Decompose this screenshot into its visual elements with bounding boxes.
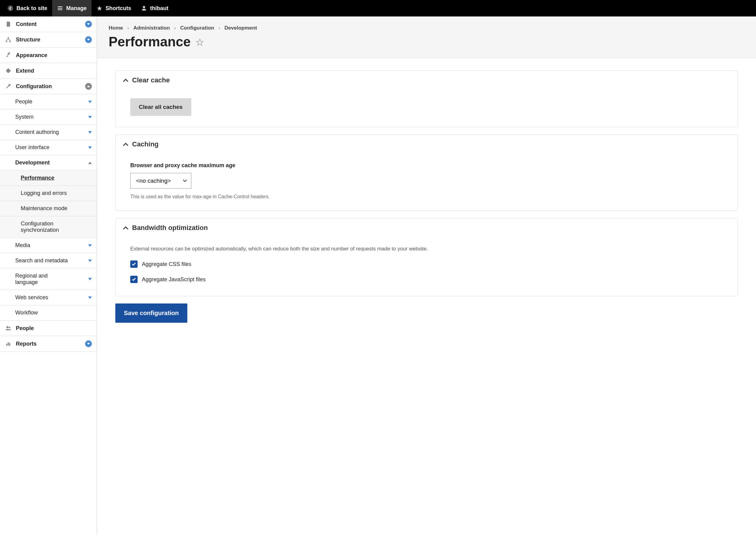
sidebar-item-dev-logging[interactable]: Logging and errors xyxy=(0,186,97,201)
manage-label: Manage xyxy=(66,5,87,12)
dev-config-sync-label: Configuration synchronization xyxy=(21,220,92,233)
triangle-down-icon xyxy=(88,131,92,134)
manage-button[interactable]: Manage xyxy=(52,0,92,16)
aggregate-css-label: Aggregate CSS files xyxy=(142,261,191,268)
svg-rect-10 xyxy=(9,343,10,346)
sidebar-item-config-user-interface[interactable]: User interface xyxy=(0,140,97,155)
triangle-up-icon xyxy=(88,162,92,164)
config-workflow-label: Workflow xyxy=(15,310,38,316)
config-people-label: People xyxy=(15,99,32,105)
sidebar-item-config-regional[interactable]: Regional and language xyxy=(0,268,97,290)
admin-sidebar[interactable]: Content Structure Appearance xyxy=(0,16,97,535)
svg-point-2 xyxy=(6,41,7,42)
chevron-down-icon xyxy=(85,340,92,347)
svg-point-4 xyxy=(8,68,9,69)
back-arrow-icon xyxy=(7,5,14,11)
sidebar-configuration-label: Configuration xyxy=(16,83,52,90)
panel-bandwidth: Bandwidth optimization External resource… xyxy=(115,218,738,296)
svg-point-3 xyxy=(9,41,11,42)
svg-point-5 xyxy=(10,70,11,71)
config-development-label: Development xyxy=(15,159,50,166)
panel-clear-cache-title: Clear cache xyxy=(132,76,170,84)
panel-clear-cache: Clear cache Clear all caches xyxy=(115,70,738,127)
svg-rect-9 xyxy=(8,342,9,346)
page-title-text: Performance xyxy=(109,34,191,49)
puzzle-icon xyxy=(5,68,12,74)
svg-point-7 xyxy=(9,327,10,328)
sidebar-item-dev-config-sync[interactable]: Configuration synchronization xyxy=(0,216,97,238)
sidebar-structure-label: Structure xyxy=(16,37,40,43)
dev-performance-label: Performance xyxy=(21,175,54,181)
sidebar-reports-label: Reports xyxy=(16,341,37,347)
breadcrumb-admin[interactable]: Administration xyxy=(133,25,170,31)
sidebar-item-config-development[interactable]: Development xyxy=(0,155,97,171)
panel-caching: Caching Browser and proxy cache maximum … xyxy=(115,134,738,211)
sidebar-item-structure[interactable]: Structure xyxy=(0,32,97,47)
star-outline-icon[interactable] xyxy=(196,34,204,49)
sidebar-item-appearance[interactable]: Appearance xyxy=(0,47,97,63)
chevron-right-icon: › xyxy=(174,25,176,31)
panel-caching-header[interactable]: Caching xyxy=(116,135,738,154)
sidebar-item-config-search[interactable]: Search and metadata xyxy=(0,253,97,268)
sidebar-item-config-people[interactable]: People xyxy=(0,94,97,109)
hamburger-icon xyxy=(57,5,63,11)
dev-maintenance-label: Maintenance mode xyxy=(21,205,68,212)
hierarchy-icon xyxy=(5,36,12,43)
sidebar-item-reports[interactable]: Reports xyxy=(0,336,97,352)
sidebar-people-label: People xyxy=(16,325,34,331)
triangle-down-icon xyxy=(88,244,92,247)
paintbrush-icon xyxy=(5,52,12,59)
config-system-label: System xyxy=(15,114,34,120)
content-header: Home › Administration › Configuration › … xyxy=(97,16,756,58)
user-button[interactable]: thibaut xyxy=(136,0,173,16)
triangle-down-icon xyxy=(88,116,92,118)
triangle-down-icon xyxy=(88,296,92,299)
sidebar-item-extend[interactable]: Extend xyxy=(0,63,97,79)
wrench-icon xyxy=(5,83,12,90)
panel-bandwidth-header[interactable]: Bandwidth optimization xyxy=(116,218,738,237)
triangle-down-icon xyxy=(88,146,92,149)
breadcrumb-config[interactable]: Configuration xyxy=(180,25,214,31)
svg-point-0 xyxy=(8,6,13,11)
breadcrumb-dev[interactable]: Development xyxy=(225,25,257,31)
back-to-site-button[interactable]: Back to site xyxy=(2,0,52,16)
sidebar-item-people[interactable]: People xyxy=(0,321,97,336)
sidebar-item-config-system[interactable]: System xyxy=(0,109,97,125)
sidebar-appearance-label: Appearance xyxy=(16,52,47,59)
sidebar-item-dev-maintenance[interactable]: Maintenance mode xyxy=(0,201,97,216)
aggregate-css-checkbox[interactable] xyxy=(130,261,138,268)
sidebar-extend-label: Extend xyxy=(16,68,34,74)
cache-max-age-help: This is used as the value for max-age in… xyxy=(130,194,723,200)
config-search-label: Search and metadata xyxy=(15,257,68,264)
sidebar-item-configuration[interactable]: Configuration xyxy=(0,79,97,94)
sidebar-item-config-workflow[interactable]: Workflow xyxy=(0,305,97,321)
sidebar-item-config-web-services[interactable]: Web services xyxy=(0,290,97,305)
save-configuration-button[interactable]: Save configuration xyxy=(115,303,187,323)
panel-clear-cache-header[interactable]: Clear cache xyxy=(116,71,738,90)
aggregate-js-label: Aggregate JavaScript files xyxy=(142,276,206,283)
sidebar-item-dev-performance[interactable]: Performance xyxy=(0,171,97,186)
triangle-down-icon xyxy=(88,101,92,103)
svg-point-6 xyxy=(6,326,9,328)
aggregate-js-checkbox[interactable] xyxy=(130,276,138,283)
sidebar-item-content[interactable]: Content xyxy=(0,16,97,32)
config-content-authoring-label: Content authoring xyxy=(15,129,59,135)
user-icon xyxy=(141,5,147,11)
clear-all-caches-button[interactable]: Clear all caches xyxy=(130,98,191,116)
back-to-site-label: Back to site xyxy=(16,5,47,12)
sidebar-item-config-media[interactable]: Media xyxy=(0,238,97,253)
breadcrumb: Home › Administration › Configuration › … xyxy=(109,25,744,31)
sidebar-item-config-content-authoring[interactable]: Content authoring xyxy=(0,125,97,140)
cache-max-age-label: Browser and proxy cache maximum age xyxy=(130,162,723,169)
svg-rect-8 xyxy=(6,344,7,346)
shortcuts-button[interactable]: Shortcuts xyxy=(92,0,136,16)
shortcuts-label: Shortcuts xyxy=(105,5,131,12)
people-icon xyxy=(5,325,12,331)
bandwidth-description: External resources can be optimized auto… xyxy=(130,246,723,252)
chevron-up-icon xyxy=(123,225,128,231)
breadcrumb-home[interactable]: Home xyxy=(109,25,123,31)
document-icon xyxy=(5,21,12,27)
chevron-right-icon: › xyxy=(218,25,220,31)
cache-max-age-select[interactable]: <no caching> xyxy=(130,173,191,188)
triangle-down-icon xyxy=(88,278,92,280)
